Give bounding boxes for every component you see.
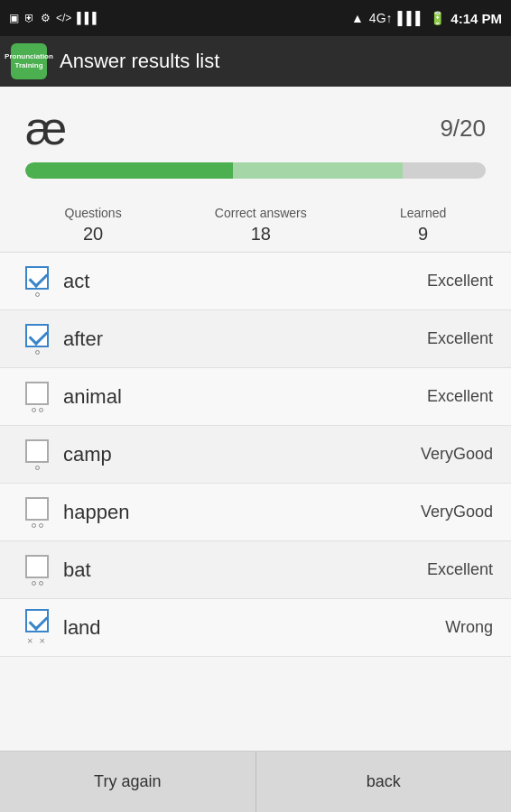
- dots: [32, 408, 43, 412]
- word-name: land: [63, 616, 403, 640]
- word-result: Excellent: [403, 272, 493, 291]
- word-result: Excellent: [403, 387, 493, 406]
- list-item[interactable]: actExcellent: [0, 253, 511, 310]
- list-item[interactable]: batExcellent: [0, 541, 511, 599]
- status-icons: ▣ ⛨ ⚙ </> ▌▌▌: [9, 12, 100, 24]
- dots: [35, 466, 40, 470]
- checkbox[interactable]: [25, 324, 49, 347]
- progress-section: æ 9/20: [0, 87, 511, 191]
- checkbox-col: [18, 382, 56, 412]
- wifi-icon: ▲: [351, 11, 364, 25]
- progress-bar-green: [25, 162, 233, 179]
- word-result: Excellent: [403, 329, 493, 348]
- word-name: after: [63, 328, 403, 351]
- dot: [32, 581, 36, 586]
- battery-icon: 🔋: [430, 11, 445, 25]
- word-name: camp: [63, 443, 403, 466]
- checkbox-col: [18, 266, 56, 297]
- usb-icon: ⚙: [41, 12, 51, 24]
- stats-row: Questions 20 Correct answers 18 Learned …: [0, 191, 511, 253]
- word-name: bat: [63, 558, 403, 582]
- progress-bar-light: [233, 162, 404, 179]
- word-name: animal: [63, 385, 403, 409]
- checkbox-col: [18, 555, 56, 586]
- checkbox-col: [18, 324, 56, 355]
- top-bar: Pronunciation Training Answer results li…: [0, 36, 511, 87]
- status-bar: ▣ ⛨ ⚙ </> ▌▌▌ ▲ 4G↑ ▌▌▌ 🔋 4:14 PM: [0, 0, 511, 36]
- dot: [35, 350, 40, 355]
- phonetic-symbol: æ: [25, 105, 67, 152]
- learned-value: 9: [418, 224, 428, 245]
- dot: [39, 581, 43, 586]
- dots: [32, 581, 43, 586]
- dots: [35, 292, 40, 297]
- learned-label: Learned: [400, 206, 446, 220]
- stat-correct: Correct answers 18: [215, 206, 307, 245]
- stat-learned: Learned 9: [400, 206, 446, 245]
- progress-top: æ 9/20: [25, 105, 486, 152]
- word-result: Excellent: [403, 560, 493, 579]
- checkbox[interactable]: [25, 497, 49, 521]
- barcode-icon: ▌▌▌: [77, 12, 100, 24]
- dots: [32, 523, 43, 528]
- back-button[interactable]: back: [256, 752, 512, 812]
- bottom-buttons: Try again back: [0, 751, 511, 812]
- main-content: æ 9/20 Questions 20 Correct answers 18 L…: [0, 87, 511, 751]
- list-item[interactable]: happenVeryGood: [0, 484, 511, 541]
- checkbox-col: × ×: [18, 609, 56, 646]
- correct-label: Correct answers: [215, 206, 307, 220]
- checkbox-col: [18, 497, 56, 528]
- try-again-button[interactable]: Try again: [0, 752, 256, 812]
- progress-bar: [25, 162, 486, 179]
- checkbox[interactable]: [25, 439, 49, 463]
- list-item[interactable]: campVeryGood: [0, 426, 511, 484]
- checkbox[interactable]: [25, 266, 49, 290]
- word-list: actExcellentafterExcellentanimalExcellen…: [0, 253, 511, 657]
- screen-icon: ▣: [9, 12, 19, 24]
- checkbox[interactable]: [25, 382, 49, 405]
- status-right: ▲ 4G↑ ▌▌▌ 🔋 4:14 PM: [351, 11, 502, 26]
- word-result: VeryGood: [403, 503, 493, 521]
- dot: [35, 466, 40, 470]
- dot: [39, 523, 43, 528]
- cross-marks: × ×: [27, 635, 47, 646]
- checkbox[interactable]: [25, 609, 49, 632]
- list-item[interactable]: × ×landWrong: [0, 599, 511, 657]
- questions-label: Questions: [65, 206, 122, 220]
- dot: [35, 292, 40, 297]
- page-title: Answer results list: [60, 50, 219, 73]
- questions-value: 20: [83, 224, 103, 245]
- dot: [32, 523, 36, 528]
- clock: 4:14 PM: [451, 11, 502, 26]
- app-icon: Pronunciation Training: [11, 43, 47, 79]
- word-name: happen: [63, 501, 403, 524]
- correct-value: 18: [251, 224, 271, 245]
- code-icon: </>: [56, 12, 71, 24]
- word-result: Wrong: [403, 618, 493, 637]
- signal-icon: ▌▌▌: [398, 11, 425, 25]
- dots: [35, 350, 40, 355]
- dot: [32, 408, 36, 412]
- shield-icon: ⛨: [24, 12, 35, 24]
- list-item[interactable]: afterExcellent: [0, 310, 511, 368]
- dot: [39, 408, 43, 412]
- list-item[interactable]: animalExcellent: [0, 368, 511, 426]
- checkbox-col: [18, 439, 56, 470]
- word-result: VeryGood: [403, 445, 493, 464]
- stat-questions: Questions 20: [65, 206, 122, 245]
- checkbox[interactable]: [25, 555, 49, 578]
- progress-fraction: 9/20: [440, 115, 486, 143]
- word-name: act: [63, 270, 403, 293]
- network-icon: 4G↑: [369, 11, 393, 25]
